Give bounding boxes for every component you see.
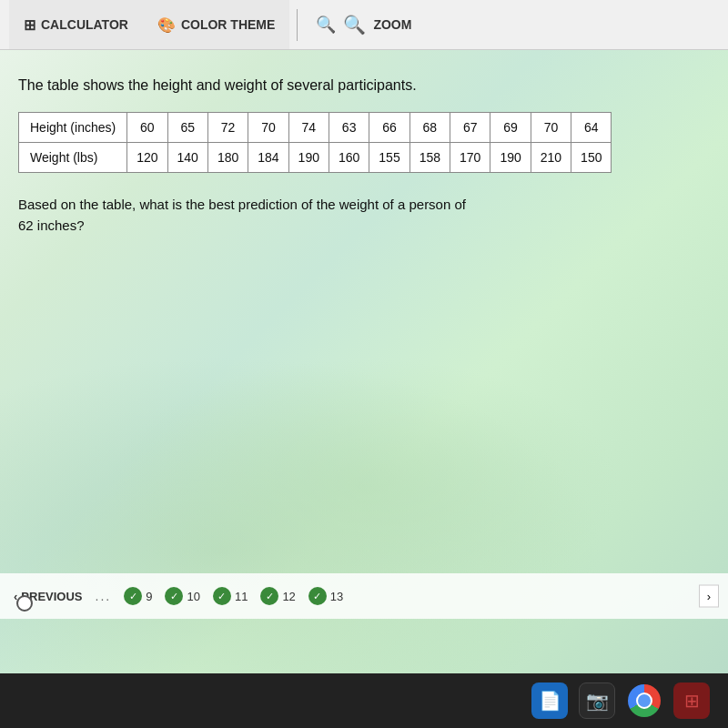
calculator-button[interactable]: ⊞ CALCULATOR [9,0,143,49]
color-theme-icon: 🎨 [157,16,176,34]
weight-val-4: 184 [248,143,288,173]
page-12-label: 12 [282,590,295,603]
page-10[interactable]: ✓ 10 [165,587,199,605]
next-button[interactable]: › [699,585,719,608]
radio-button[interactable] [16,595,33,612]
height-val-1: 60 [127,113,167,143]
weight-val-5: 190 [288,143,329,173]
page-12[interactable]: ✓ 12 [260,587,295,605]
weight-val-2: 140 [167,143,207,173]
page-13-label: 13 [330,590,343,603]
calculator-icon: ⊞ [24,16,35,34]
page-9-label: 9 [146,590,152,603]
main-content: The table shows the height and weight of… [0,50,728,673]
zoom-area: 🔍 🔍 ZOOM [305,14,422,35]
chrome-circle [628,684,661,717]
weight-val-7: 155 [369,143,410,173]
height-val-2: 65 [167,113,207,143]
height-val-3: 72 [207,113,248,143]
grid-symbol: ⊞ [684,690,700,712]
check-icon-11: ✓ [213,587,231,605]
zoom-out-icon[interactable]: 🔍 [316,15,336,35]
page-11-label: 11 [235,590,248,603]
page-10-label: 10 [187,590,199,603]
zoom-label: ZOOM [373,17,411,32]
grid-icon[interactable]: ⊞ [673,682,710,719]
calculator-label: CALCULATOR [41,17,128,32]
page-13[interactable]: ✓ 13 [308,587,343,605]
toolbar-divider [297,9,298,41]
height-val-12: 64 [571,113,612,143]
toolbar: ⊞ CALCULATOR 🎨 COLOR THEME 🔍 🔍 ZOOM [0,0,728,50]
file-icon[interactable]: 📄 [531,682,568,719]
zoom-in-icon[interactable]: 🔍 [343,14,366,35]
weight-val-8: 158 [410,143,450,173]
page-11[interactable]: ✓ 11 [213,587,248,605]
height-val-11: 70 [531,113,571,143]
question-text: The table shows the height and weight of… [18,77,710,94]
check-icon-9: ✓ [124,587,142,605]
check-icon-10: ✓ [165,587,183,605]
page-9[interactable]: ✓ 9 [124,587,152,605]
height-val-8: 68 [410,113,450,143]
weight-val-1: 120 [127,143,167,173]
check-icon-13: ✓ [308,587,327,605]
check-icon-12: ✓ [260,587,278,605]
height-val-5: 74 [288,113,329,143]
file-symbol: 📄 [539,690,561,712]
height-val-6: 63 [329,113,369,143]
weight-val-10: 190 [490,143,531,173]
height-val-7: 66 [369,113,410,143]
height-val-10: 69 [490,113,531,143]
height-val-9: 67 [450,113,490,143]
camera-icon[interactable]: 📷 [579,682,615,719]
weight-val-3: 180 [207,143,248,173]
weight-val-11: 210 [531,143,571,173]
chrome-icon[interactable] [626,682,662,719]
color-theme-button[interactable]: 🎨 COLOR THEME [143,0,289,49]
prediction-text: Based on the table, what is the best pre… [18,195,473,236]
weight-val-6: 160 [329,143,369,173]
height-val-4: 70 [248,113,288,143]
height-label: Height (inches) [19,113,127,143]
data-table: Height (inches) 60 65 72 70 74 63 66 68 … [18,112,612,173]
table-row-weight: Weight (lbs) 120 140 180 184 190 160 155… [19,143,612,173]
weight-val-12: 150 [571,143,612,173]
camera-symbol: 📷 [586,690,609,712]
bottom-navigation: ‹ PREVIOUS ... ✓ 9 ✓ 10 ✓ 11 ✓ 12 ✓ 13 › [0,573,728,619]
color-theme-label: COLOR THEME [181,17,275,32]
page-dots: ... [96,589,112,603]
weight-label: Weight (lbs) [19,143,127,173]
table-row-height: Height (inches) 60 65 72 70 74 63 66 68 … [19,113,612,143]
weight-val-9: 170 [450,143,490,173]
system-bar: 📄 📷 ⊞ [0,673,728,728]
